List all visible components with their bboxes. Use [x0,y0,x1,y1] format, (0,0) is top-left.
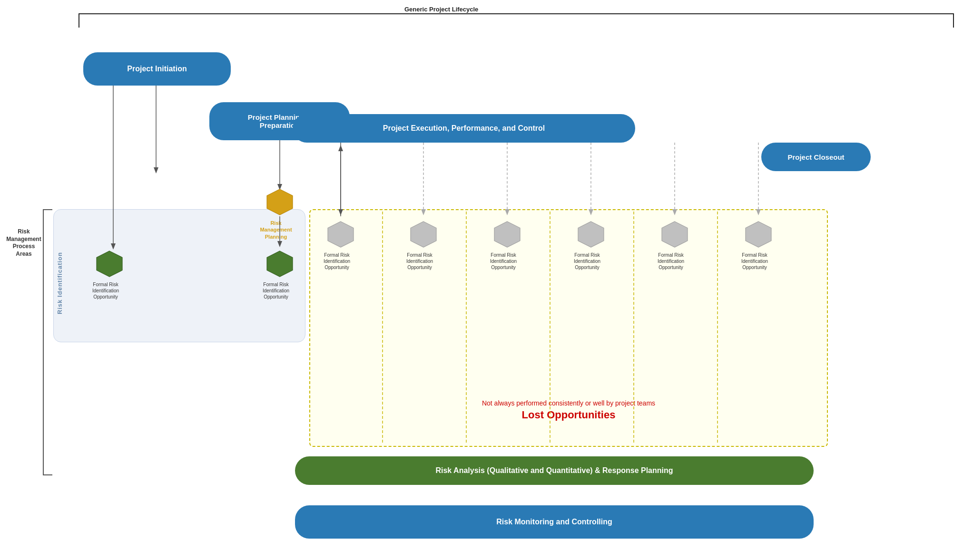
risk-analysis-pill: Risk Analysis (Qualitative and Quantitat… [295,456,814,485]
vline-3 [550,212,550,444]
gray-hexagon-6 [744,220,773,249]
risk-areas-bracket [43,209,52,475]
arrow-exec-hex6 [754,143,763,221]
gray-hexagon-5 [660,220,689,249]
svg-marker-4 [267,189,293,215]
risk-management-areas-label: Risk Management Process Areas [5,228,43,258]
gold-hexagon [265,188,294,216]
svg-marker-1 [154,167,158,174]
svg-marker-22 [411,222,436,247]
arrow-hex1-up [336,143,345,221]
gray-hexagon-3 [493,220,521,249]
svg-marker-24 [578,222,604,247]
arrow-exec-hex5 [670,143,679,221]
gray-hex-6-label: Formal Risk Identification Opportunity [736,252,774,270]
risk-monitoring-pill: Risk Monitoring and Controlling [295,505,814,539]
lifecycle-bracket [79,13,954,28]
svg-marker-16 [589,209,593,215]
gray-hex-1-label: Formal Risk Identification Opportunity [318,252,356,270]
svg-marker-12 [421,209,426,215]
gray-hexagon-1 [326,220,355,249]
gray-hex-3-label: Formal Risk Identification Opportunity [484,252,522,270]
vline-1 [382,212,383,444]
project-execution-pill: Project Execution, Performance, and Cont… [293,114,635,143]
arrow-gold-to-green [275,216,285,254]
svg-marker-28 [338,145,343,151]
svg-marker-23 [494,222,520,247]
diagram-container: Generic Project Lifecycle Project Initia… [0,0,973,560]
svg-marker-6 [277,241,282,247]
green-hex-right-label: Formal Risk Identification Opportunity [257,281,295,300]
arrow-initiation-down [151,86,161,181]
arrow-exec-hex2 [419,143,428,221]
green-hexagon-right [265,250,294,278]
risk-identification-label: Risk Identification [56,252,63,314]
arrow-init-green-left [108,86,118,257]
project-closeout-pill: Project Closeout [761,143,871,171]
lost-opportunities-text: Lost Opportunities [309,409,828,421]
green-hex-left-label: Formal Risk Identification Opportunity [87,281,125,300]
svg-marker-18 [672,209,677,215]
arrow-exec-hex4 [586,143,596,221]
lost-opportunities-section: Not always performed consistently or wel… [309,399,828,421]
svg-marker-8 [267,251,293,277]
gray-hex-2-label: Formal Risk Identification Opportunity [401,252,439,270]
svg-marker-20 [756,209,761,215]
gray-hexagon-4 [577,220,605,249]
lifecycle-title: Generic Project Lifecycle [404,6,478,13]
gray-hexagon-2 [409,220,438,249]
vline-2 [466,212,467,444]
svg-marker-26 [746,222,771,247]
not-always-text: Not always performed consistently or wel… [309,399,828,407]
gray-hex-5-label: Formal Risk Identification Opportunity [652,252,690,270]
svg-marker-35 [111,243,116,250]
gray-hex-4-label: Formal Risk Identification Opportunity [568,252,606,270]
svg-marker-21 [328,222,354,247]
vline-5 [717,212,718,444]
arrow-exec-hex3 [502,143,512,221]
svg-marker-14 [505,209,510,215]
vline-4 [633,212,634,444]
svg-marker-25 [662,222,688,247]
project-initiation-pill: Project Initiation [83,52,231,86]
